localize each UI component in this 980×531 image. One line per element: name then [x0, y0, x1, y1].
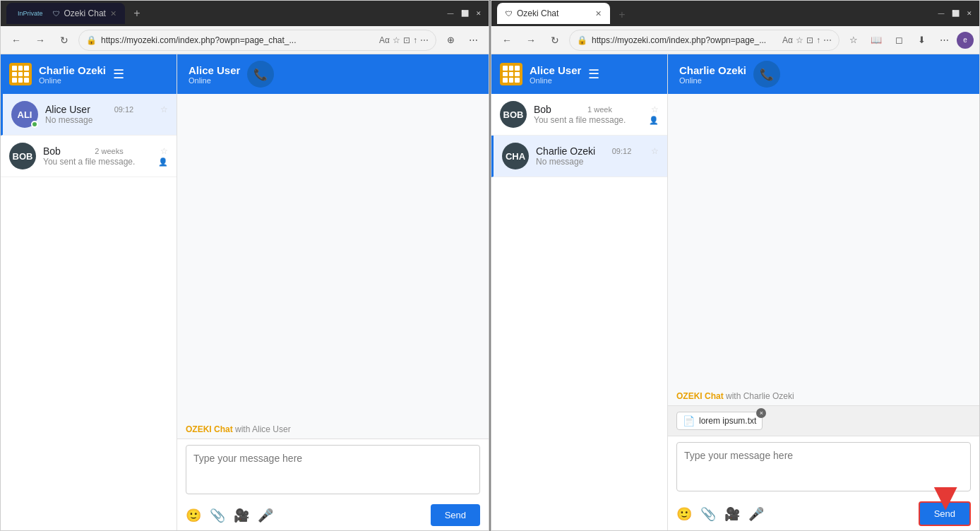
left-bob-star[interactable]: ☆ — [160, 146, 168, 156]
right-share-icon[interactable]: ↑ — [816, 35, 820, 45]
right-address-field[interactable]: 🔒 https://myozeki.com/index.php?owpn=pag… — [569, 30, 839, 51]
right-tab[interactable]: 🛡 Ozeki Chat ✕ — [497, 3, 610, 24]
right-restore-button[interactable]: ⬜ — [951, 9, 960, 18]
restore-button[interactable]: ⬜ — [460, 9, 469, 18]
right-attach-button[interactable]: 📎 — [700, 506, 716, 522]
right-charlie-info: Charlie Ozeki 09:12 ☆ No message — [536, 145, 659, 167]
left-bob-name: Bob — [43, 145, 61, 157]
right-fav-toolbar[interactable]: ☆ — [844, 30, 864, 50]
left-sidebar-user-info: Charlie Ozeki Online — [39, 64, 106, 85]
right-fav-icon[interactable]: ☆ — [796, 35, 803, 45]
right-call-button[interactable]: 📞 — [753, 61, 780, 88]
right-new-tab-button[interactable]: + — [613, 6, 631, 24]
left-menu-icon[interactable]: ☰ — [113, 66, 124, 82]
right-tab-close[interactable]: ✕ — [595, 9, 602, 18]
right-emoji-button[interactable]: 🙂 — [676, 506, 692, 522]
right-chat-messages — [668, 94, 979, 387]
left-contact-alice[interactable]: ALI Alice User 09:12 ☆ No message — [1, 94, 177, 136]
left-toolbar-icons: ⊕ ⋯ — [441, 30, 483, 50]
right-ozeki-logo — [500, 63, 522, 85]
left-mic-button[interactable]: 🎤 — [258, 508, 273, 523]
collection-icon[interactable]: ⋯ — [420, 35, 429, 45]
left-tab-close[interactable]: ✕ — [110, 9, 116, 18]
right-profile-circle[interactable]: e — [957, 32, 974, 49]
right-chat-label-text: with Charlie Ozeki — [724, 391, 794, 401]
left-sidebar-status: Online — [39, 76, 106, 85]
right-reading-toolbar[interactable]: 📖 — [866, 30, 886, 50]
right-charlie-star[interactable]: ☆ — [651, 146, 659, 156]
refresh-button[interactable]: ↻ — [54, 30, 74, 50]
right-contact-list: BOB Bob 1 week ☆ You sent a file message… — [491, 94, 667, 530]
right-sidebar-status: Online — [530, 76, 581, 85]
right-browser-chrome: 🛡 Ozeki Chat ✕ + — ⬜ ✕ ← → ↻ 🔒 https://m… — [491, 1, 979, 54]
right-lock-icon: 🔒 — [577, 35, 587, 45]
share-icon[interactable]: ↑ — [413, 35, 417, 45]
left-attach-button[interactable]: 📎 — [210, 508, 225, 523]
left-video-button[interactable]: 🎥 — [234, 508, 249, 523]
read-icon[interactable]: Aα — [379, 35, 390, 45]
left-message-input[interactable] — [186, 445, 480, 494]
right-close-button[interactable]: ✕ — [965, 9, 974, 18]
right-history-toolbar[interactable]: ⋯ — [934, 30, 954, 50]
right-contact-bob[interactable]: BOB Bob 1 week ☆ You sent a file message… — [491, 94, 667, 136]
right-minimize-button[interactable]: — — [937, 9, 945, 18]
left-alice-star[interactable]: ☆ — [160, 105, 168, 114]
left-titlebar: InPrivate 🛡 Ozeki Chat ✕ + — ⬜ ✕ — [1, 1, 489, 26]
right-sidebar-username: Alice User — [530, 64, 581, 76]
left-new-tab-button[interactable]: + — [128, 4, 146, 23]
left-alice-name-row: Alice User 09:12 ☆ — [45, 104, 168, 115]
settings-icon[interactable]: ⋯ — [463, 30, 483, 50]
right-charlie-name-row: Charlie Ozeki 09:12 ☆ — [536, 145, 659, 157]
right-downloads-toolbar[interactable]: ⬇ — [912, 30, 931, 50]
right-send-button[interactable]: Send — [919, 501, 971, 526]
forward-button[interactable]: → — [30, 30, 50, 50]
right-bob-preview-row: You sent a file message. 👤 — [534, 115, 659, 125]
right-sidebar-user-info: Alice User Online — [530, 64, 581, 85]
left-bob-preview-row: You sent a file message. 👤 — [43, 157, 168, 167]
right-bob-star[interactable]: ☆ — [651, 105, 659, 114]
left-browser-chrome: InPrivate 🛡 Ozeki Chat ✕ + — ⬜ ✕ ← → ↻ 🔒… — [1, 1, 489, 54]
left-address-field[interactable]: 🔒 https://myozeki.com/index.php?owpn=pag… — [78, 30, 436, 51]
left-send-button[interactable]: Send — [431, 504, 480, 526]
back-button[interactable]: ← — [6, 30, 26, 50]
left-chat-input-area: 🙂 📎 🎥 🎤 Send — [177, 438, 489, 530]
extensions-icon[interactable]: ⊕ — [441, 30, 460, 50]
left-address-bar: ← → ↻ 🔒 https://myozeki.com/index.php?ow… — [1, 26, 489, 54]
left-emoji-button[interactable]: 🙂 — [186, 508, 201, 523]
right-chat-header-name: Charlie Ozeki — [679, 64, 746, 76]
left-chat-toolbar: 🙂 📎 🎥 🎤 Send — [177, 500, 489, 530]
right-charlie-name: Charlie Ozeki — [536, 145, 595, 157]
left-chat-label-text: with Alice User — [233, 424, 291, 434]
right-read-icon[interactable]: Aα — [782, 35, 793, 45]
left-url: https://myozeki.com/index.php?owpn=page_… — [101, 35, 375, 45]
right-menu-icon[interactable]: ☰ — [588, 66, 599, 82]
right-contact-charlie[interactable]: CHA Charlie Ozeki 09:12 ☆ No message — [491, 136, 667, 177]
right-address-bar: ← → ↻ 🔒 https://myozeki.com/index.php?ow… — [491, 26, 979, 54]
right-sidebar-header: Alice User Online ☰ — [491, 54, 667, 94]
right-collection-icon[interactable]: ⋯ — [823, 35, 832, 45]
right-mic-button[interactable]: 🎤 — [748, 506, 764, 522]
right-back-button[interactable]: ← — [497, 30, 517, 50]
right-chat-header-status: Online — [679, 76, 746, 85]
minimize-button[interactable]: — — [446, 9, 455, 18]
right-chat-label-brand: OZEKI Chat — [676, 391, 724, 401]
right-split-icon[interactable]: ⊡ — [806, 35, 813, 45]
right-message-input[interactable] — [676, 442, 971, 491]
right-bob-name: Bob — [534, 104, 551, 115]
right-refresh-button[interactable]: ↻ — [545, 30, 565, 50]
fav-icon[interactable]: ☆ — [393, 35, 400, 45]
split-icon[interactable]: ⊡ — [403, 35, 410, 45]
left-tab-inprivate[interactable]: InPrivate 🛡 Ozeki Chat ✕ — [6, 3, 125, 24]
right-file-chip: 📄 lorem ipsum.txt × — [676, 412, 763, 430]
left-alice-preview-row: No message — [45, 115, 168, 125]
close-button[interactable]: ✕ — [474, 9, 483, 18]
left-alice-info: Alice User 09:12 ☆ No message — [45, 104, 168, 125]
left-call-button[interactable]: 📞 — [247, 61, 274, 88]
right-file-close-button[interactable]: × — [756, 408, 766, 418]
right-forward-button[interactable]: → — [521, 30, 541, 50]
right-video-button[interactable]: 🎥 — [724, 506, 740, 522]
right-sidebar: Alice User Online ☰ BOB Bob 1 week ☆ — [491, 54, 668, 530]
right-charlie-preview: No message — [536, 157, 583, 167]
left-contact-bob[interactable]: BOB Bob 2 weeks ☆ You sent a file messag… — [1, 136, 177, 177]
right-colls-toolbar[interactable]: ◻ — [889, 30, 909, 50]
